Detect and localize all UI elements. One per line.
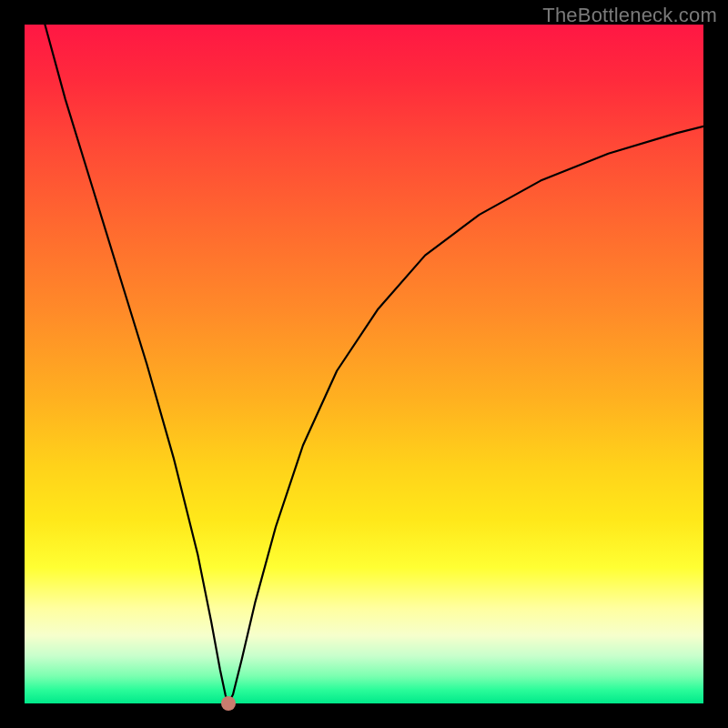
optimal-point-marker <box>221 696 236 711</box>
plot-area <box>25 25 703 703</box>
bottleneck-curve <box>25 25 703 703</box>
watermark-text: TheBottleneck.com <box>542 4 717 27</box>
chart-frame: TheBottleneck.com <box>0 0 728 728</box>
